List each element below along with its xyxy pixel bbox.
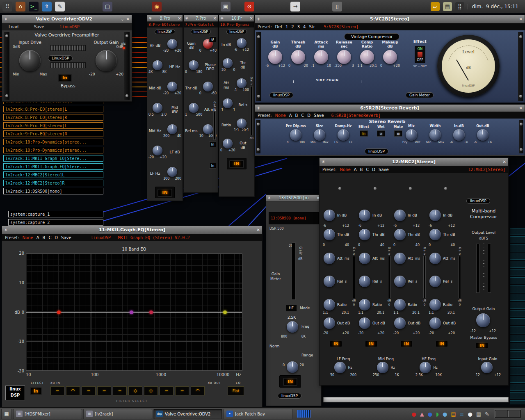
patchbay-port[interactable]: lv2rack:13:DSR500[mono]	[3, 188, 103, 194]
filter-select-button[interactable]: ─	[113, 386, 127, 395]
key-listen-button[interactable]: In	[209, 142, 216, 147]
shade-icon[interactable]: ⌄	[121, 17, 124, 21]
band-thr-knob[interactable]	[394, 229, 406, 240]
close-icon[interactable]: ✕	[126, 17, 130, 21]
in-button[interactable]: IN	[229, 160, 244, 168]
show-desktop-button[interactable]: ▦	[1, 409, 12, 419]
titlebar[interactable]: ✳ 6:SR2B[Stereo Reverb] ✕	[255, 105, 525, 112]
band-out-knob[interactable]	[324, 317, 335, 329]
oversample-led[interactable]	[123, 47, 125, 49]
brand-badge[interactable]: linuxDSP	[278, 391, 301, 399]
reverb-knob[interactable]	[290, 129, 301, 141]
effect-switch[interactable]: ON OFF	[415, 46, 425, 63]
band-ratio-knob[interactable]	[359, 299, 370, 310]
preset-button[interactable]: 3	[297, 25, 300, 29]
panel-shortcut-icon[interactable]: ⊙	[244, 2, 254, 11]
window-menu-icon[interactable]: ✳	[185, 16, 188, 21]
titlebar[interactable]: ✳ 8:Pro ×	[147, 15, 183, 22]
window-menu-icon[interactable]: ✳	[220, 16, 224, 21]
eq-band-handle[interactable]	[149, 310, 153, 314]
master-in-button[interactable]: IN	[475, 342, 488, 349]
preset-button[interactable]: C	[301, 113, 304, 118]
band-rel-knob[interactable]	[359, 276, 370, 287]
patchbay-port[interactable]: lv2rack:11:MKII-Graph-EQ[Stere...	[3, 155, 103, 162]
filter-select-button[interactable]: ─	[82, 386, 96, 395]
brand-badge[interactable]: linuxDSP	[466, 196, 490, 204]
band-in-button[interactable]: IN	[435, 340, 448, 347]
tray-icon[interactable]: ≡	[460, 411, 464, 417]
gate-knob[interactable]	[189, 103, 199, 113]
patchbay-port[interactable]: system:capture_1	[8, 211, 103, 217]
model-selector[interactable]: Vintage Compressor	[344, 32, 399, 40]
tray-icon[interactable]: ▲	[420, 411, 424, 417]
brand-badge[interactable]: linuxDSP	[365, 146, 388, 154]
preset-button[interactable]: 4	[303, 25, 306, 29]
filter-select-button[interactable]: ◠	[191, 386, 205, 395]
in-button[interactable]: IN	[158, 189, 172, 197]
phase-invert-button[interactable]: Ø	[209, 37, 216, 42]
titlebar[interactable]: ✳ 10:Pr ×	[219, 15, 254, 22]
dyn-knob[interactable]	[237, 119, 247, 128]
band-att-knob[interactable]	[394, 253, 406, 264]
reverb-switch[interactable]: Wet ≋	[374, 125, 388, 137]
titlebar[interactable]: ✳ 5:VC2B[Stereo] ✕	[255, 15, 525, 23]
tray-icon[interactable]: ●	[411, 411, 416, 417]
preset-button[interactable]: D	[372, 167, 375, 172]
filter-select-button[interactable]: ◇	[144, 386, 158, 395]
compressor-knob[interactable]	[268, 50, 282, 64]
titlebar[interactable]: ✳ 12:MBC2[Stereo] ✕	[320, 158, 508, 166]
patchbay-port[interactable]: lv2rack:8:Pro-EQ[stereo]L	[3, 106, 103, 112]
compressor-knob[interactable]	[337, 50, 351, 64]
window-menu-icon[interactable]: ✳	[4, 17, 7, 21]
close-icon[interactable]: ✕	[503, 160, 506, 164]
panel-launcher-icon[interactable]: ⇧	[42, 2, 52, 11]
preset-current[interactable]: None	[23, 235, 33, 240]
gain-meter-button[interactable]: Gain Meter	[406, 90, 434, 98]
eq-knob[interactable]	[167, 39, 177, 49]
dyn-knob[interactable]	[237, 78, 247, 88]
band-out-knob[interactable]	[429, 317, 441, 329]
eq-band-handle[interactable]	[57, 310, 61, 314]
close-icon[interactable]: ✕	[257, 228, 260, 232]
filter-select-button[interactable]: ─	[97, 386, 111, 395]
preset-current[interactable]: None	[340, 167, 351, 172]
eq-band-handle[interactable]	[130, 310, 133, 314]
reverb-knob[interactable]	[477, 129, 488, 141]
preset-button[interactable]: Def	[275, 25, 282, 29]
panel-launcher-icon[interactable]: >_	[29, 2, 39, 11]
titlebar[interactable]: ✳ 13:DSR500 [m ×	[266, 195, 321, 201]
freq-knob[interactable]	[287, 321, 298, 333]
tray-icon[interactable]: ●	[468, 411, 472, 417]
dyn-knob[interactable]	[237, 38, 247, 48]
preset-button[interactable]: Save	[379, 167, 389, 172]
eq-knob[interactable]	[153, 146, 162, 155]
reverb-switch[interactable]: Effect In	[356, 125, 371, 137]
eq-knob[interactable]	[167, 124, 177, 134]
panel-shortcut-icon[interactable]: →	[290, 2, 300, 11]
band-thr-knob[interactable]	[429, 229, 441, 240]
preset-button[interactable]: B	[43, 235, 46, 240]
eq-knob[interactable]	[167, 82, 177, 91]
patchbay-port[interactable]: lv2rack:10:Pro-Dynamics[stereo...	[3, 147, 103, 153]
close-icon[interactable]: ✕	[519, 17, 523, 21]
tray-icon[interactable]: ▦	[476, 411, 481, 417]
titlebar[interactable]: ✳ Valve Overdrive:ODV2 ⌄ ✕	[2, 15, 132, 23]
preset-button[interactable]: A	[37, 235, 39, 240]
input-drive-knob[interactable]	[19, 50, 41, 71]
patchbay-scrollbar[interactable]	[323, 397, 509, 402]
compressor-knob[interactable]	[383, 50, 397, 64]
band-in-button[interactable]: IN	[365, 340, 378, 347]
reverb-knob[interactable]	[338, 129, 349, 141]
taskbar-window-button[interactable]: ▥ [lv2rack]	[83, 409, 152, 419]
freq-knob[interactable]	[334, 362, 346, 373]
range-knob[interactable]	[287, 361, 298, 373]
patchbay-port[interactable]: lv2rack:12:MBC2[Stereo]L	[3, 171, 103, 178]
panel-tray-icon[interactable]: ⣿	[455, 2, 464, 11]
band-in-button[interactable]: IN	[329, 340, 342, 347]
brand-badge[interactable]: linuxDSP	[191, 30, 211, 34]
preset-button[interactable]: C	[366, 167, 369, 172]
band-in-knob[interactable]	[429, 210, 441, 221]
output-gain-knob[interactable]	[96, 50, 117, 71]
panel-tray-icon[interactable]: ▤	[443, 2, 452, 11]
preset-button[interactable]: D	[55, 235, 58, 240]
